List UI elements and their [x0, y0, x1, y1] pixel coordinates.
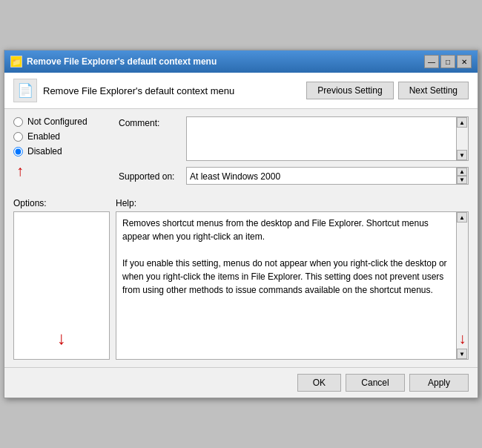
- help-down-arrow-icon: ↓: [459, 331, 466, 346]
- title-bar-left: 📁 Remove File Explorer's default context…: [10, 56, 217, 67]
- main-window: 📁 Remove File Explorer's default context…: [4, 50, 478, 398]
- options-label: Options:: [13, 198, 110, 208]
- options-box: ↓: [13, 211, 110, 360]
- help-label: Help:: [116, 198, 469, 208]
- help-panel: Help: Removes shortcut menus from the de…: [116, 198, 469, 360]
- radio-not-configured[interactable]: Not Configured: [13, 116, 110, 127]
- help-text: Removes shortcut menus from the desktop …: [116, 212, 456, 359]
- close-button[interactable]: ✕: [457, 55, 472, 68]
- dialog-header-left: 📄 Remove File Explorer's default context…: [13, 79, 234, 102]
- right-panel: Comment: ▲ ▼ Supported on: At least Wind…: [119, 116, 469, 191]
- apply-button[interactable]: Apply: [409, 374, 469, 392]
- radio-disabled-input[interactable]: [13, 147, 23, 157]
- help-scroll-down[interactable]: ▼: [457, 349, 467, 359]
- supported-row: Supported on: At least Windows 2000 ▲ ▼: [119, 167, 469, 185]
- help-box: Removes shortcut menus from the desktop …: [116, 211, 469, 360]
- comment-label: Comment:: [119, 116, 182, 128]
- left-panel: Not Configured Enabled Disabled ↑: [13, 116, 110, 191]
- supported-value-box: At least Windows 2000 ▲ ▼: [186, 167, 469, 185]
- dialog-body: Not Configured Enabled Disabled ↑ Commen…: [4, 109, 478, 198]
- scroll-down-btn[interactable]: ▼: [457, 150, 467, 160]
- minimize-button[interactable]: —: [424, 55, 439, 68]
- previous-setting-button[interactable]: Previous Setting: [306, 82, 393, 99]
- supported-scroll-up[interactable]: ▲: [457, 168, 467, 176]
- radio-not-configured-input[interactable]: [13, 117, 23, 127]
- radio-enabled[interactable]: Enabled: [13, 131, 110, 142]
- comment-textarea[interactable]: [187, 117, 456, 160]
- supported-label: Supported on:: [119, 170, 182, 182]
- up-arrow-icon: ↑: [16, 162, 24, 179]
- comment-textarea-container: ▲ ▼: [186, 116, 469, 161]
- cancel-button[interactable]: Cancel: [346, 374, 405, 392]
- supported-scroll-down[interactable]: ▼: [457, 176, 467, 184]
- help-content: Removes shortcut menus from the desktop …: [122, 218, 447, 295]
- header-icon: 📄: [13, 79, 37, 102]
- window-title: Remove File Explorer's default context m…: [27, 56, 217, 67]
- radio-group: Not Configured Enabled Disabled: [13, 116, 110, 157]
- header-buttons: Previous Setting Next Setting: [306, 82, 469, 99]
- dialog-header: 📄 Remove File Explorer's default context…: [4, 73, 478, 109]
- comment-row: Comment: ▲ ▼: [119, 116, 469, 161]
- help-scroll-down-container: ↓: [457, 223, 468, 349]
- arrow-indicator: ↑: [13, 162, 110, 179]
- maximize-button[interactable]: □: [440, 55, 455, 68]
- radio-disabled[interactable]: Disabled: [13, 146, 110, 157]
- next-setting-button[interactable]: Next Setting: [398, 82, 469, 99]
- help-scrollbar[interactable]: ▲ ↓ ▼: [456, 212, 468, 359]
- bottom-panels: Options: ↓ Help: Removes shortcut menus …: [4, 198, 478, 367]
- comment-scrollbar[interactable]: ▲ ▼: [456, 117, 468, 160]
- window-icon: 📁: [10, 56, 22, 67]
- title-bar: 📁 Remove File Explorer's default context…: [4, 50, 478, 73]
- options-down-arrow-icon: ↓: [57, 329, 66, 347]
- title-bar-controls: — □ ✕: [424, 55, 472, 68]
- header-title: Remove File Explorer's default context m…: [43, 85, 234, 96]
- ok-button[interactable]: OK: [297, 374, 341, 392]
- options-arrow: ↓: [57, 329, 66, 347]
- supported-scrollbar[interactable]: ▲ ▼: [456, 168, 468, 184]
- radio-enabled-input[interactable]: [13, 132, 23, 142]
- supported-value: At least Windows 2000: [187, 168, 456, 184]
- dialog-footer: OK Cancel Apply: [4, 367, 478, 398]
- help-scroll-up[interactable]: ▲: [457, 212, 467, 223]
- scroll-up-btn[interactable]: ▲: [457, 117, 467, 128]
- options-panel: Options: ↓: [13, 198, 110, 360]
